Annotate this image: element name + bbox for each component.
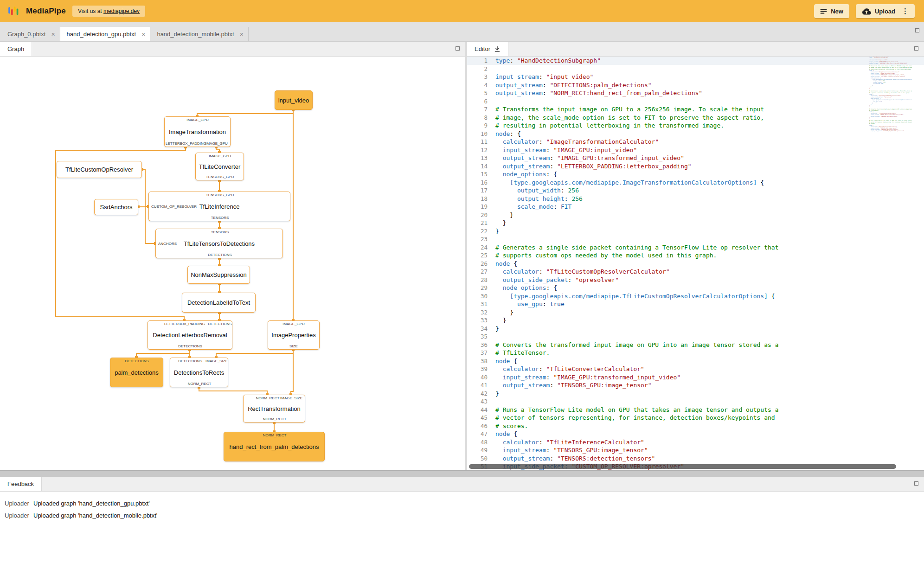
minimap[interactable]: type: "HandDetectionSubgraph" input_stre…	[869, 57, 912, 470]
code-line: 45# vector of tensors representing, for …	[467, 414, 924, 422]
minimap-line: # vector of tensors representing, for in…	[869, 122, 912, 123]
close-tab-icon[interactable]: ×	[51, 31, 55, 38]
visit-us-text: Visit us at	[78, 8, 103, 14]
tabstrip-expand-icon[interactable]	[915, 28, 919, 32]
graph-node-label: DetectionLetterboxRemoval	[153, 332, 227, 339]
line-number: 23	[467, 235, 488, 243]
code-line: 11 calculator: "ImageTransformationCalcu…	[467, 138, 924, 146]
graph-node-DetectionLetterboxRemoval[interactable]: DetectionLetterboxRemovalLETTERBOX_PADDI…	[148, 320, 232, 350]
more-options-icon[interactable]: ⋮	[902, 7, 909, 15]
line-number: 13	[467, 154, 488, 162]
download-icon[interactable]	[494, 46, 500, 52]
graph-expand-icon[interactable]	[456, 46, 460, 51]
code-line: 40 input_stream: "IMAGE_GPU:transformed_…	[467, 373, 924, 382]
code-line: 21 }	[467, 219, 924, 227]
horizontal-splitter[interactable]	[0, 470, 924, 477]
graph-node-RectTransformation[interactable]: RectTransformationNORM_RECTIMAGE_SIZENOR…	[243, 395, 305, 422]
graph-node-hand_rect_from_palm_detections[interactable]: hand_rect_from_palm_detectionsNORM_RECT	[224, 432, 325, 461]
line-number: 27	[467, 268, 488, 276]
graph-node-label: TfLiteTensorsToDetections	[184, 240, 255, 247]
graph-tab-label: Graph	[7, 45, 24, 52]
port-label-image_gpu: IMAGE_GPU	[205, 141, 228, 146]
code-text: # Converts the transformed input image o…	[495, 341, 778, 349]
graph-node-SsdAnchors[interactable]: SsdAnchors	[94, 199, 138, 215]
port-label-tensors: TENSORS	[211, 230, 229, 234]
editor-panel-header: Editor	[467, 42, 924, 57]
code-text: output_width: 256	[495, 186, 579, 195]
line-number: 43	[467, 397, 488, 406]
port-label-tensors_gpu: TENSORS_GPU	[206, 175, 234, 179]
line-number: 32	[467, 308, 488, 317]
port-label-anchors: ANCHORS	[158, 242, 177, 246]
line-number: 47	[467, 430, 488, 438]
feedback-source: Uploader	[5, 500, 33, 507]
port-label-letterbox_padding: LETTERBOX_PADDING	[164, 322, 205, 326]
tab-graph[interactable]: Graph	[0, 42, 32, 56]
line-number: 11	[467, 138, 488, 146]
graph-node-DetectionsToRects[interactable]: DetectionsToRectsDETECTIONSIMAGE_SIZENOR…	[170, 358, 228, 387]
feedback-expand-icon[interactable]	[914, 481, 918, 486]
code-text: output_stream: "TENSORS_GPU:image_tensor…	[495, 381, 652, 390]
code-line: 7# Transforms the input image on GPU to …	[467, 105, 924, 114]
graph-node-TfLiteInference[interactable]: TfLiteInferenceTENSORS_GPUCUSTOM_OP_RESO…	[148, 192, 290, 221]
editor-panel: Editor 1type: "HandDetectionSubgraph"2 3…	[467, 42, 924, 470]
graph-node-DetectionLabelIdToText[interactable]: DetectionLabelIdToText	[182, 293, 256, 313]
code-line: 41 output_stream: "TENSORS_GPU:image_ten…	[467, 381, 924, 390]
line-number: 26	[467, 260, 488, 268]
graph-canvas[interactable]: input_videoImageTransformationIMAGE_GPUL…	[0, 57, 465, 470]
editor-expand-icon[interactable]	[914, 46, 918, 51]
line-number: 34	[467, 325, 488, 333]
graph-node-TfLiteTensorsToDetections[interactable]: TfLiteTensorsToDetectionsTENSORSANCHORSD…	[155, 229, 283, 258]
graph-node-TfLiteCustomOpResolver[interactable]: TfLiteCustomOpResolver	[57, 161, 142, 178]
port-label-letterbox_padding: LETTERBOX_PADDING	[166, 141, 206, 146]
mediapipe-dev-link[interactable]: mediapipe.dev	[103, 8, 140, 14]
edge-DetectionsToRects-to-RectTransformation	[199, 387, 267, 395]
document-tab[interactable]: Graph_0.pbtxt×	[1, 27, 60, 41]
code-text: }	[495, 211, 513, 219]
graph-node-ImageTransformation[interactable]: ImageTransformationIMAGE_GPULETTERBOX_PA…	[164, 116, 231, 147]
horizontal-scrollbar[interactable]	[469, 464, 896, 469]
document-tab-label: Graph_0.pbtxt	[7, 31, 45, 38]
graph-node-ImageProperties[interactable]: ImagePropertiesIMAGE_GPUSIZE	[268, 320, 320, 350]
graph-node-input_video[interactable]: input_video	[275, 90, 313, 110]
code-line: 18 output_height: 256	[467, 195, 924, 203]
graph-node-TfLiteConverter[interactable]: TfLiteConverterIMAGE_GPUTENSORS_GPU	[195, 153, 244, 180]
graph-node-palm_detections[interactable]: palm_detectionsDETECTIONS	[110, 358, 163, 387]
tab-editor[interactable]: Editor	[467, 42, 508, 56]
new-button[interactable]: New	[814, 4, 849, 18]
upload-button[interactable]: Upload ⋮	[856, 4, 915, 18]
port-label-detections: DETECTIONS	[178, 359, 202, 363]
document-tab-label: hand_detection_mobile.pbtxt	[157, 31, 234, 38]
graph-node-NonMaxSuppression[interactable]: NonMaxSuppression	[187, 266, 250, 284]
edge-DetectionLetterboxRemoval-to-palm_detections	[136, 350, 190, 358]
code-line: 44# Runs a TensorFlow Lite model on GPU …	[467, 406, 924, 414]
document-tab[interactable]: hand_detection_mobile.pbtxt×	[150, 27, 248, 41]
minimap-line: output_stream: "NORM_RECT:hand_rect_from…	[869, 63, 912, 64]
line-number: 31	[467, 300, 488, 308]
port-label-custom_op_resolver: CUSTOM_OP_RESOLVER	[151, 205, 197, 209]
feedback-panel: Feedback UploaderUploaded graph 'hand_de…	[0, 477, 924, 576]
minimap-line: input_side_packet: "CUSTOM_OP_RESOLVER:o…	[869, 130, 912, 132]
code-text: }	[495, 308, 513, 317]
code-line: 3input_stream: "input_video"	[467, 73, 924, 81]
code-editor[interactable]: 1type: "HandDetectionSubgraph"2 3input_s…	[467, 57, 924, 470]
code-text: output_stream: "TENSORS:detection_tensor…	[495, 454, 655, 463]
code-text	[495, 235, 499, 243]
tab-feedback[interactable]: Feedback	[0, 477, 42, 491]
edge-TfLiteCustomOpResolver-to-TfLiteInference	[142, 169, 148, 206]
line-number: 1	[467, 57, 488, 65]
code-line: 31 use_gpu: true	[467, 300, 924, 308]
close-tab-icon[interactable]: ×	[141, 31, 145, 38]
code-text: output_stream: "NORM_RECT:hand_rect_from…	[495, 89, 702, 97]
close-tab-icon[interactable]: ×	[240, 31, 244, 38]
code-line: 1type: "HandDetectionSubgraph"	[467, 57, 924, 65]
code-text: output_stream: "LETTERBOX_PADDING:letter…	[495, 162, 692, 171]
code-text: input_stream: "IMAGE_GPU:transformed_inp…	[495, 373, 680, 382]
minimap-content: type: "HandDetectionSubgraph" input_stre…	[869, 57, 912, 132]
code-line: 43	[467, 397, 924, 406]
code-line: 29 node_options: {	[467, 284, 924, 292]
code-line: 10node: {	[467, 130, 924, 138]
line-number: 10	[467, 130, 488, 138]
document-tab[interactable]: hand_detection_gpu.pbtxt×	[60, 27, 151, 41]
graph-edges	[0, 57, 465, 470]
